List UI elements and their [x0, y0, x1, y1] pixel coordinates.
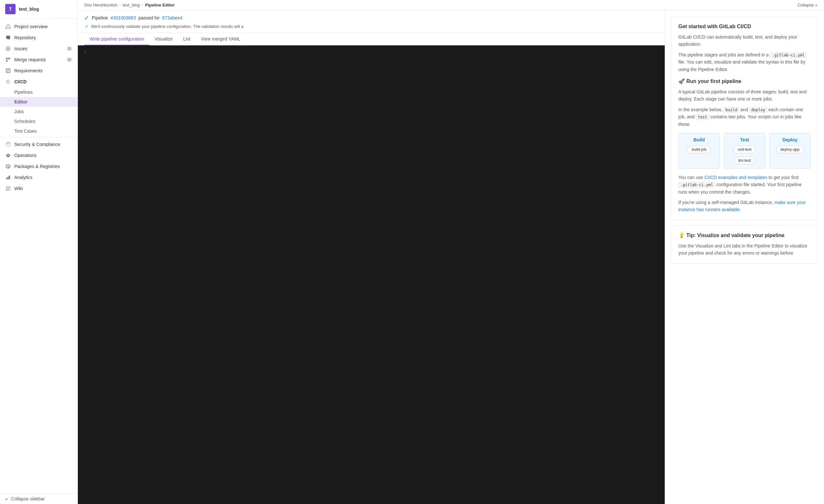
- usage-para: You can use CI/CD examples and templates…: [678, 174, 811, 196]
- merge-requests-badge: 0: [67, 57, 72, 62]
- sidebar-item-label: Wiki: [14, 186, 23, 191]
- pipeline-stages-diagram: Build build-job Test unit-test lint-test…: [678, 133, 811, 169]
- sidebar-item-jobs[interactable]: Jobs: [0, 107, 78, 116]
- sidebar-item-operations[interactable]: Operations: [0, 150, 78, 161]
- sidebar-nav: Project overview Repository Issues 0 Mer…: [0, 18, 78, 197]
- collapse-sidebar-button[interactable]: « Collapse sidebar: [0, 493, 78, 504]
- pipeline-label: Pipeline: [92, 15, 108, 20]
- sidebar-item-packages-registries[interactable]: Packages & Registries: [0, 161, 78, 172]
- check-icon: ✓: [85, 24, 89, 29]
- main-content: Dov Hershkovitch › test_blog › Pipeline …: [78, 0, 824, 504]
- collapse-panel-button[interactable]: Collapse »: [797, 3, 818, 7]
- sidebar-item-pipelines[interactable]: Pipelines: [0, 87, 78, 97]
- stage-build-title: Build: [694, 137, 705, 142]
- project-name: test_blog: [19, 6, 39, 12]
- home-icon: [5, 24, 11, 29]
- svg-rect-9: [6, 178, 7, 179]
- code-editor[interactable]: 1: [78, 45, 665, 504]
- get-started-para1: GitLab CI/CD can automatically build, te…: [678, 33, 811, 48]
- collapse-label: Collapse: [797, 3, 814, 7]
- breadcrumb-user[interactable]: Dov Hershkovitch: [84, 3, 117, 7]
- cicd-icon: [5, 79, 11, 85]
- tab-lint[interactable]: Lint: [178, 33, 196, 45]
- book-icon: [5, 35, 11, 40]
- cicd-examples-link[interactable]: CI/CD examples and templates: [704, 175, 767, 180]
- editor-tabs: Write pipeline configuration Visualize L…: [78, 33, 665, 45]
- sidebar-section-cicd[interactable]: CI/CD: [0, 76, 78, 87]
- sidebar-item-issues[interactable]: Issues 0: [0, 43, 78, 54]
- sidebar-item-analytics[interactable]: Analytics: [0, 172, 78, 183]
- tab-write[interactable]: Write pipeline configuration: [84, 33, 149, 45]
- sidebar-item-label: Security & Compliance: [14, 142, 60, 147]
- sidebar-item-repository[interactable]: Repository: [0, 32, 78, 43]
- editor-section: ✓ Pipeline #301003883 passed for 673abee…: [78, 10, 665, 504]
- tab-merged-yaml[interactable]: View merged YAML: [196, 33, 245, 45]
- run-para2: In the example below, build and deploy e…: [678, 106, 811, 128]
- sidebar-item-security-compliance[interactable]: Security & Compliance: [0, 139, 78, 150]
- sidebar-item-wiki[interactable]: Wiki: [0, 183, 78, 194]
- sidebar-header: T test_blog: [0, 0, 78, 18]
- sidebar-item-label: Operations: [14, 153, 36, 158]
- analytics-icon: [5, 174, 11, 180]
- avatar: T: [5, 4, 16, 14]
- run-para1: A typical GitLab pipeline consists of th…: [678, 88, 811, 103]
- get-started-card: Get started with GitLab CI/CD GitLab CI/…: [672, 17, 818, 220]
- passed-text: passed for: [138, 15, 160, 20]
- runners-link[interactable]: make sure your instance has runners avai…: [678, 200, 806, 212]
- pipeline-info-row: ✓ We'll continuously validate your pipel…: [84, 24, 658, 29]
- sidebar-item-label: Repository: [14, 35, 36, 40]
- stage-test-title: Test: [740, 137, 749, 142]
- svg-rect-11: [9, 175, 10, 179]
- collapse-label: Collapse sidebar: [11, 496, 45, 501]
- commit-link[interactable]: 673abee4: [162, 15, 182, 20]
- tab-visualize[interactable]: Visualize: [149, 33, 178, 45]
- pipeline-info-text: We'll continuously validate your pipelin…: [91, 24, 244, 29]
- stage-deploy-job: deploy-app: [776, 146, 804, 153]
- sidebar-item-label: Project overview: [14, 24, 48, 29]
- sidebar-item-test-cases[interactable]: Test Cases: [0, 126, 78, 136]
- merge-icon: [5, 57, 11, 62]
- sidebar-item-label: Issues: [14, 46, 27, 51]
- breadcrumb-current: Pipeline Editor: [145, 3, 175, 7]
- stage-deploy-title: Deploy: [783, 137, 798, 142]
- wiki-icon: [5, 185, 11, 192]
- operations-icon: [5, 152, 11, 158]
- package-icon: [5, 163, 11, 169]
- get-started-title: Get started with GitLab CI/CD: [678, 24, 811, 29]
- sidebar-item-merge-requests[interactable]: Merge requests 0: [0, 54, 78, 65]
- success-icon: ✓: [84, 14, 89, 21]
- right-panel: Get started with GitLab CI/CD GitLab CI/…: [665, 10, 824, 504]
- issues-badge: 0: [67, 46, 72, 51]
- collapse-arrows-icon: »: [815, 3, 818, 7]
- collapse-icon: «: [5, 496, 8, 501]
- get-started-para2: The pipeline stages and jobs are defined…: [678, 51, 811, 73]
- pipeline-status-bar: ✓ Pipeline #301003883 passed for 673abee…: [78, 10, 665, 33]
- tip-title: 💡 Tip: Visualize and validate your pipel…: [678, 232, 811, 238]
- sidebar-item-label: Merge requests: [14, 57, 46, 62]
- sidebar-item-label: Packages & Registries: [14, 164, 60, 169]
- sidebar-item-label: Requirements: [14, 68, 42, 73]
- sidebar-item-editor[interactable]: Editor: [0, 97, 78, 107]
- run-first-title: 🚀 Run your first pipeline: [678, 78, 811, 84]
- stage-build: Build build-job: [678, 133, 720, 169]
- stage-test-job-2: lint-test: [734, 157, 755, 164]
- breadcrumb-project[interactable]: test_blog: [123, 3, 140, 7]
- pipeline-status-row: ✓ Pipeline #301003883 passed for 673abee…: [84, 14, 658, 21]
- stage-test-job-1: unit-test: [733, 146, 756, 153]
- svg-point-1: [7, 48, 9, 49]
- stage-build-job: build-job: [688, 146, 710, 153]
- tip-card: 💡 Tip: Visualize and validate your pipel…: [672, 225, 818, 264]
- pipeline-number-link[interactable]: #301003883: [111, 15, 136, 20]
- sidebar-item-schedules[interactable]: Schedules: [0, 116, 78, 126]
- sidebar-item-requirements[interactable]: Requirements: [0, 65, 78, 76]
- svg-point-3: [6, 60, 7, 61]
- tip-para: Use the Visualize and Lint tabs in the P…: [678, 242, 811, 257]
- stage-test: Test unit-test lint-test: [724, 133, 765, 169]
- requirements-icon: [5, 68, 11, 74]
- svg-rect-10: [8, 176, 9, 179]
- cicd-label: CI/CD: [14, 79, 27, 84]
- line-number-1: 1: [82, 49, 92, 54]
- sidebar-item-project-overview[interactable]: Project overview: [0, 21, 78, 32]
- shield-icon: [5, 141, 11, 147]
- content-area: ✓ Pipeline #301003883 passed for 673abee…: [78, 10, 824, 504]
